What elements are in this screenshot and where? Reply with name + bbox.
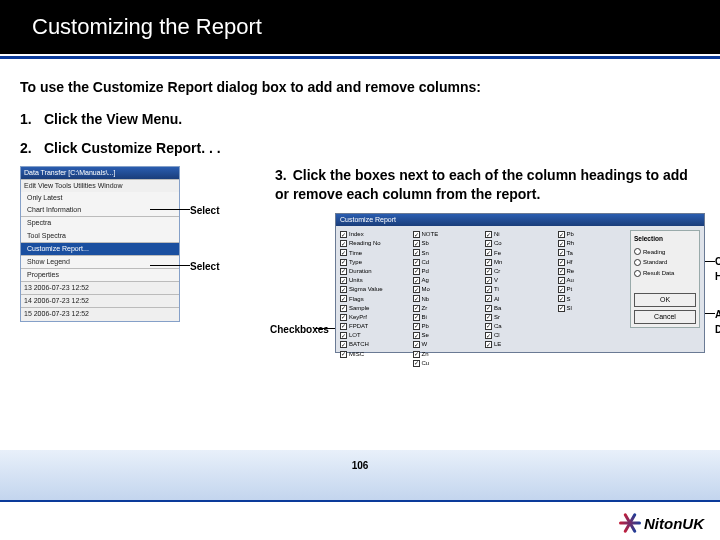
checkbox-option: ✓Pb — [558, 230, 625, 239]
dialog-buttons: OK Cancel — [634, 293, 696, 324]
checkbox-label: Re — [567, 267, 575, 276]
checkbox-icon: ✓ — [558, 286, 565, 293]
checkbox-column-1: ✓Index✓Reading No✓Time✓Type✓Duration✓Uni… — [340, 230, 407, 328]
checkbox-label: Mo — [422, 285, 430, 294]
checkbox-label: Ta — [567, 249, 573, 258]
checkbox-option: ✓LE — [485, 340, 552, 349]
checkbox-label: Ba — [494, 304, 501, 313]
checkbox-label: Sigma Value — [349, 285, 383, 294]
radio-icon — [634, 270, 641, 277]
checkbox-option: ✓Nb — [413, 295, 480, 304]
checkbox-label: Cr — [494, 267, 500, 276]
right-figure-wrap: 3.Click the boxes next to each of the co… — [265, 166, 700, 363]
slide-body: To use the Customize Report dialog box t… — [0, 59, 720, 363]
checkbox-label: Sl — [567, 304, 572, 313]
checkbox-icon: ✓ — [413, 323, 420, 330]
mock-menu-item: Chart Information — [21, 204, 179, 216]
checkbox-icon: ✓ — [485, 231, 492, 238]
checkbox-icon: ✓ — [340, 351, 347, 358]
callout-line — [150, 265, 190, 266]
checkbox-label: Index — [349, 230, 364, 239]
checkbox-option: ✓MISC — [340, 350, 407, 359]
checkbox-label: S — [567, 295, 571, 304]
step-2-text: Click Customize Report. . . — [44, 140, 221, 156]
checkbox-option: ✓Cl — [485, 331, 552, 340]
checkbox-label: Sb — [422, 239, 429, 248]
checkbox-label: NOTE — [422, 230, 439, 239]
checkbox-icon: ✓ — [485, 305, 492, 312]
checkbox-label: Cd — [422, 258, 430, 267]
checkbox-label: BATCH — [349, 340, 369, 349]
checkbox-label: V — [494, 276, 498, 285]
step-1-text: Click the View Menu. — [44, 111, 182, 127]
callout-select-2: Select — [190, 260, 219, 275]
step-1: 1.Click the View Menu. — [20, 109, 700, 129]
checkbox-label: W — [422, 340, 428, 349]
mock-menu-highlighted: Customize Report... — [21, 243, 179, 255]
mock-data-row: 15 2006-07-23 12:52 — [21, 307, 179, 320]
step-3-text: Click the boxes next to each of the colu… — [275, 167, 688, 203]
logo-burst-icon — [619, 512, 641, 534]
checkbox-icon: ✓ — [485, 277, 492, 284]
checkbox-label: Cl — [494, 331, 500, 340]
callout-line — [150, 209, 190, 210]
mock-menu-item: Spectra — [21, 217, 179, 229]
checkbox-icon: ✓ — [340, 341, 347, 348]
checkbox-icon: ✓ — [340, 332, 347, 339]
checkbox-icon: ✓ — [558, 305, 565, 312]
radio-label: Reading — [643, 248, 665, 257]
customize-report-dialog: Customize Report ✓Index✓Reading No✓Time✓… — [335, 213, 705, 353]
checkbox-label: Rh — [567, 239, 575, 248]
checkbox-icon: ✓ — [340, 249, 347, 256]
checkbox-option: ✓Ca — [485, 322, 552, 331]
mock-menu-item: Show Legend — [21, 256, 179, 268]
checkbox-option: ✓Sample — [340, 304, 407, 313]
checkbox-icon: ✓ — [485, 295, 492, 302]
mock-menubar: Edit View Tools Utilities Window — [21, 179, 179, 192]
checkbox-option: ✓Se — [413, 331, 480, 340]
brand-logo: NitonUK — [619, 512, 704, 534]
radio-icon — [634, 248, 641, 255]
checkbox-label: MISC — [349, 350, 364, 359]
checkbox-option: ✓Au — [558, 276, 625, 285]
checkbox-icon: ✓ — [413, 341, 420, 348]
checkbox-icon: ✓ — [558, 231, 565, 238]
checkbox-icon: ✓ — [413, 360, 420, 367]
checkbox-label: Zr — [422, 304, 428, 313]
dialog-body: ✓Index✓Reading No✓Time✓Type✓Duration✓Uni… — [336, 226, 704, 332]
checkbox-option: ✓Al — [485, 295, 552, 304]
dialog-titlebar: Customize Report — [336, 214, 704, 226]
radio-icon — [634, 259, 641, 266]
checkbox-option: ✓Mn — [485, 258, 552, 267]
step-1-number: 1. — [20, 109, 44, 129]
checkbox-label: Flags — [349, 295, 364, 304]
numbered-steps: 1.Click the View Menu. 2.Click Customize… — [20, 109, 700, 158]
checkbox-icon: ✓ — [413, 295, 420, 302]
checkbox-label: Ni — [494, 230, 500, 239]
checkbox-label: LOT — [349, 331, 361, 340]
checkbox-option: ✓KeyPrf — [340, 313, 407, 322]
ok-button: OK — [634, 293, 696, 307]
checkbox-label: KeyPrf — [349, 313, 367, 322]
checkbox-icon: ✓ — [413, 268, 420, 275]
checkbox-icon: ✓ — [413, 240, 420, 247]
checkbox-option: ✓Ti — [485, 285, 552, 294]
checkbox-option: ✓Sn — [413, 249, 480, 258]
checkbox-icon: ✓ — [485, 286, 492, 293]
checkbox-icon: ✓ — [340, 295, 347, 302]
mock-menu-item: Properties — [21, 269, 179, 281]
left-figure: Data Transfer [C:\Manuals\...] Edit View… — [20, 166, 265, 363]
checkbox-label: Mn — [494, 258, 502, 267]
checkbox-label: Pd — [422, 267, 429, 276]
mock-menu-item: Only Latest — [21, 192, 179, 204]
checkbox-label: Time — [349, 249, 362, 258]
checkbox-label: Zn — [422, 350, 429, 359]
step-3-number: 3. — [275, 167, 287, 183]
checkbox-option: ✓W — [413, 340, 480, 349]
checkbox-option: ✓Units — [340, 276, 407, 285]
checkbox-icon: ✓ — [413, 286, 420, 293]
intro-text: To use the Customize Report dialog box t… — [20, 77, 700, 97]
checkbox-option: ✓Ni — [485, 230, 552, 239]
checkbox-option: ✓Sl — [558, 304, 625, 313]
checkbox-label: Se — [422, 331, 429, 340]
